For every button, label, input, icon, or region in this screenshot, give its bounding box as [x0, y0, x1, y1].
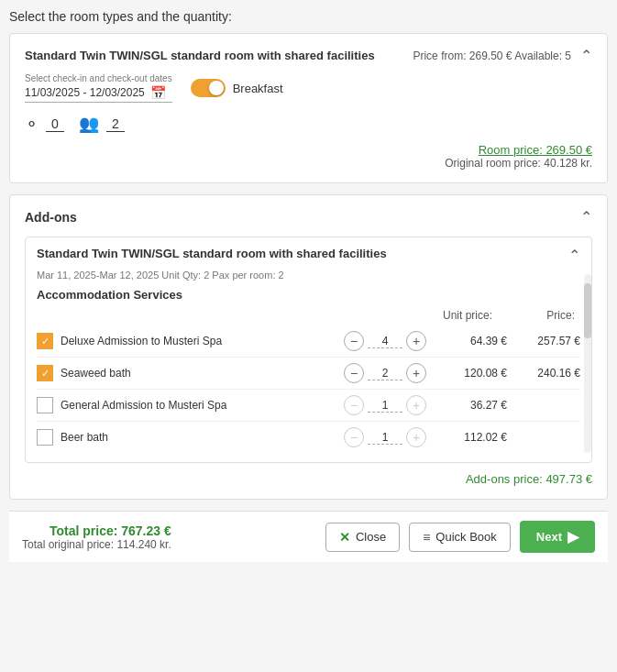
service-unit-price: 36.27 € — [434, 399, 507, 412]
service-checkbox[interactable]: ✓ — [37, 333, 53, 349]
quick-book-icon: ≡ — [423, 530, 430, 545]
service-unit-price: 112.02 € — [434, 431, 507, 444]
date-row: Select check-in and check-out dates 11/0… — [25, 73, 592, 103]
footer-prices: Total price: 767.23 € Total original pri… — [22, 523, 171, 551]
service-checkbox[interactable] — [37, 429, 53, 446]
original-price: Original room price: 40.128 kr. — [25, 157, 592, 170]
service-unit-price: 120.08 € — [434, 367, 507, 380]
room-card-header: Standard Twin TWIN/SGL standard room wit… — [25, 47, 592, 64]
page-title: Select the room types and the quantity: — [9, 9, 608, 24]
qty-controls: −+ — [344, 331, 426, 351]
addon-room-title: Standard Twin TWIN/SGL standard room wit… — [37, 247, 387, 260]
service-row: ✓Seaweed bath−+120.08 €240.16 € — [37, 358, 580, 390]
service-price: 257.57 € — [507, 335, 580, 347]
addons-card: Add-ons ⌃ Standard Twin TWIN/SGL standar… — [9, 194, 608, 500]
qty-plus-button[interactable]: + — [406, 363, 426, 383]
service-row: General Admission to Musteri Spa−+36.27 … — [37, 390, 580, 422]
room-title: Standard Twin TWIN/SGL standard room wit… — [25, 49, 375, 62]
col-price-header: Price: — [492, 309, 575, 322]
qty-minus-button[interactable]: − — [344, 427, 364, 447]
service-price: 240.16 € — [507, 367, 580, 380]
service-checkbox[interactable]: ✓ — [37, 365, 53, 381]
addons-price-row: Add-ons price: 497.73 € — [25, 472, 592, 486]
next-label: Next — [536, 530, 562, 544]
qty-minus-button[interactable]: − — [344, 363, 364, 383]
service-name: Seaweed bath — [61, 367, 344, 380]
collapse-addons-icon[interactable]: ⌃ — [580, 208, 592, 226]
checkmark-icon: ✓ — [41, 336, 50, 347]
addon-room-card: Standard Twin TWIN/SGL standard room wit… — [25, 237, 592, 463]
qty-minus-button[interactable]: − — [344, 395, 364, 415]
room-card: Standard Twin TWIN/SGL standard room wit… — [9, 33, 608, 183]
guests-row: ⚬ 0 👥 2 — [25, 114, 592, 134]
addon-room-meta: Mar 11, 2025-Mar 12, 2025 Unit Qty: 2 Pa… — [37, 270, 580, 281]
qty-controls: −+ — [344, 427, 426, 447]
toggle-knob — [209, 81, 224, 95]
breakfast-toggle-switch[interactable] — [191, 79, 226, 97]
addons-title: Add-ons — [25, 210, 77, 225]
qty-input[interactable] — [368, 335, 402, 348]
qty-controls: −+ — [344, 395, 426, 415]
service-checkbox[interactable] — [37, 397, 53, 413]
service-row: ✓Deluxe Admission to Musteri Spa−+64.39 … — [37, 325, 580, 358]
footer-buttons: ✕ Close ≡ Quick Book Next ▶ — [325, 521, 595, 553]
price-available: Price from: 269.50 € Available: 5 — [413, 50, 571, 62]
service-row: Beer bath−+112.02 € — [37, 422, 580, 453]
qty-input[interactable] — [368, 399, 402, 413]
scrollbar-thumb — [584, 283, 591, 338]
date-value: 11/03/2025 - 12/03/2025 — [25, 86, 145, 99]
accommodation-label: Accommodation Services — [37, 288, 580, 302]
close-button[interactable]: ✕ Close — [325, 523, 400, 552]
service-name: General Admission to Musteri Spa — [61, 399, 344, 412]
collapse-addon-room-icon[interactable]: ⌃ — [568, 247, 580, 264]
total-price: Total price: 767.23 € — [22, 523, 171, 538]
service-name: Deluxe Admission to Musteri Spa — [61, 335, 344, 347]
breakfast-toggle: Breakfast — [191, 79, 283, 97]
double-guest-count: 2 — [106, 116, 125, 132]
qty-controls: −+ — [344, 363, 426, 383]
qty-input[interactable] — [368, 431, 402, 445]
next-arrow-icon: ▶ — [567, 528, 578, 545]
room-header-right: Price from: 269.50 € Available: 5 ⌃ — [413, 47, 592, 64]
room-price-link[interactable]: Room price: 269.50 € — [25, 143, 592, 157]
scrollbar-area[interactable] — [584, 274, 591, 453]
double-person-icon: 👥 — [79, 114, 99, 134]
date-label: Select check-in and check-out dates — [25, 73, 172, 83]
qty-input[interactable] — [368, 367, 402, 380]
service-unit-price: 64.39 € — [434, 335, 507, 347]
services-list: ✓Deluxe Admission to Musteri Spa−+64.39 … — [37, 325, 580, 453]
next-button[interactable]: Next ▶ — [520, 521, 595, 553]
total-original: Total original price: 114.240 kr. — [22, 538, 171, 551]
footer: Total price: 767.23 € Total original pri… — [9, 511, 608, 562]
service-name: Beer bath — [61, 431, 344, 444]
calendar-icon[interactable]: 📅 — [150, 85, 166, 100]
qty-plus-button[interactable]: + — [406, 331, 426, 351]
page-container: Select the room types and the quantity: … — [0, 0, 617, 571]
checkmark-icon: ✓ — [41, 368, 50, 380]
quick-book-button[interactable]: ≡ Quick Book — [409, 523, 511, 552]
price-row: Room price: 269.50 € Original room price… — [25, 143, 592, 170]
qty-minus-button[interactable]: − — [344, 331, 364, 351]
single-guest-count: 0 — [46, 116, 64, 132]
addon-room-header: Standard Twin TWIN/SGL standard room wit… — [37, 247, 580, 264]
date-field: Select check-in and check-out dates 11/0… — [25, 73, 172, 103]
single-person-icon: ⚬ — [25, 114, 39, 134]
double-guest-group: 👥 2 — [79, 114, 125, 134]
single-guest-group: ⚬ 0 — [25, 114, 64, 134]
qty-plus-button[interactable]: + — [406, 427, 426, 447]
qty-plus-button[interactable]: + — [406, 395, 426, 415]
addons-header: Add-ons ⌃ — [25, 208, 592, 226]
collapse-room-icon[interactable]: ⌃ — [580, 47, 592, 64]
close-label: Close — [356, 530, 386, 544]
quick-book-label: Quick Book — [435, 530, 496, 544]
col-unit-price-header: Unit price: — [410, 309, 492, 322]
date-input-wrapper[interactable]: 11/03/2025 - 12/03/2025 📅 — [25, 85, 172, 103]
close-x-icon: ✕ — [339, 530, 350, 545]
services-table-header: Unit price: Price: — [37, 309, 580, 322]
breakfast-label: Breakfast — [233, 82, 283, 95]
